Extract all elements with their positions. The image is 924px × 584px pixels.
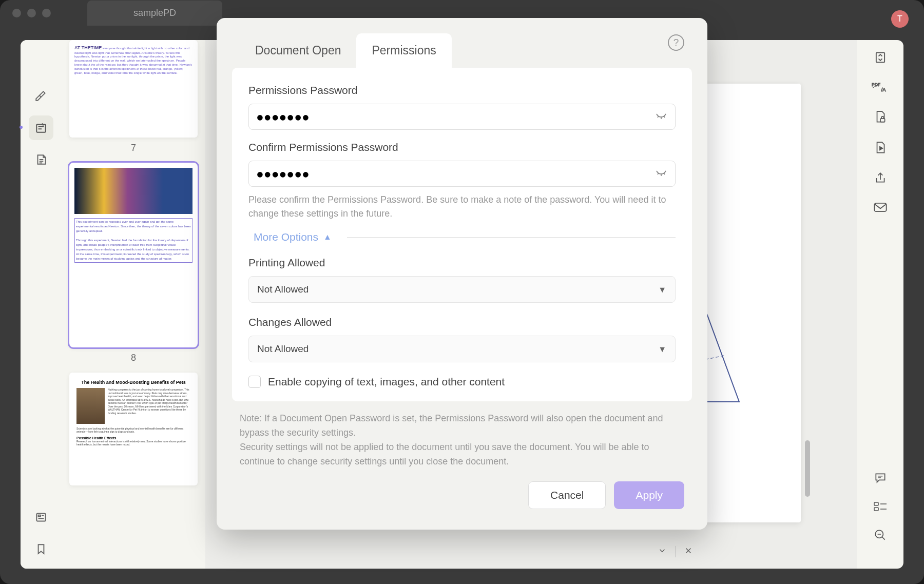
permissions-modal: Document Open Permissions ? Permissions … xyxy=(217,18,707,530)
more-options-row: More Options ▲ xyxy=(254,231,676,243)
modal-panel: Permissions Password Confirm Permissions… xyxy=(232,68,692,401)
modal-backdrop: Document Open Permissions ? Permissions … xyxy=(0,0,924,584)
apply-button[interactable]: Apply xyxy=(614,481,684,509)
tab-document-open[interactable]: Document Open xyxy=(240,33,356,68)
modal-note: Note: If a Document Open Password is set… xyxy=(217,412,707,481)
confirm-permissions-password-label: Confirm Permissions Password xyxy=(248,141,676,153)
cancel-button[interactable]: Cancel xyxy=(528,481,606,509)
printing-allowed-select[interactable]: Not Allowed xyxy=(248,276,676,303)
confirm-permissions-password-input[interactable] xyxy=(248,161,676,187)
permissions-password-label: Permissions Password xyxy=(248,84,676,96)
eye-icon[interactable] xyxy=(655,110,667,123)
help-icon[interactable]: ? xyxy=(668,34,684,51)
divider xyxy=(347,237,676,238)
enable-copying-row: Enable copying of text, images, and othe… xyxy=(248,376,676,388)
changes-allowed-select[interactable]: Not Allowed xyxy=(248,336,676,362)
enable-copying-label: Enable copying of text, images, and othe… xyxy=(268,376,505,388)
permissions-password-input[interactable] xyxy=(248,104,676,130)
note-1: Note: If a Document Open Password is set… xyxy=(240,412,684,440)
enable-copying-checkbox[interactable] xyxy=(248,376,261,388)
printing-allowed-label: Printing Allowed xyxy=(248,257,676,269)
modal-tabs: Document Open Permissions ? xyxy=(217,18,707,68)
tab-permissions[interactable]: Permissions xyxy=(356,33,451,68)
more-options-link[interactable]: More Options xyxy=(254,231,318,243)
confirm-hint: Please confirm the Permissions Password.… xyxy=(248,193,676,221)
note-2: Security settings will not be applied to… xyxy=(240,440,684,469)
eye-icon[interactable] xyxy=(655,167,667,180)
changes-allowed-label: Changes Allowed xyxy=(248,316,676,328)
arrow-up-icon: ▲ xyxy=(323,232,332,242)
modal-buttons: Cancel Apply xyxy=(217,481,707,530)
